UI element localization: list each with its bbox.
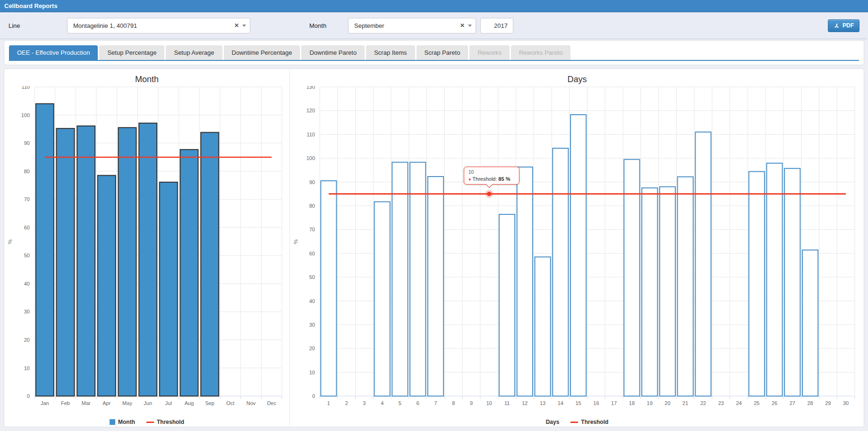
svg-text:2: 2 — [345, 400, 348, 406]
svg-text:23: 23 — [718, 400, 724, 406]
tab-oee-effective-production[interactable]: OEE - Effective Production — [9, 45, 98, 60]
bar — [784, 169, 800, 396]
svg-text:21: 21 — [682, 400, 688, 406]
tab-list: OEE - Effective ProductionSetup Percenta… — [9, 45, 859, 61]
svg-text:May: May — [122, 400, 132, 406]
bar — [695, 132, 711, 396]
month-chart-panel: Month 0102030405060708090100110JanFebMar… — [4, 69, 290, 427]
bar — [77, 126, 95, 396]
svg-text:10: 10 — [486, 400, 492, 406]
month-chart[interactable]: 0102030405060708090100110JanFebMarAprMay… — [4, 86, 289, 414]
svg-text:70: 70 — [24, 196, 30, 202]
tab-setup-average[interactable]: Setup Average — [166, 45, 222, 60]
svg-text:5: 5 — [399, 400, 401, 406]
svg-text:17: 17 — [611, 400, 617, 406]
bar — [98, 176, 116, 396]
svg-text:%: % — [7, 239, 13, 244]
charts-panel: Month 0102030405060708090100110JanFebMar… — [4, 68, 864, 427]
legend-label: Month — [118, 419, 135, 425]
svg-text:Dec: Dec — [267, 400, 276, 406]
svg-text:Apr: Apr — [102, 400, 111, 406]
line-select[interactable]: Montagelinie 1, 400791 ✕ — [67, 18, 250, 34]
pdf-icon — [834, 23, 840, 29]
svg-text:27: 27 — [790, 400, 795, 406]
bar — [139, 123, 157, 396]
tooltip-value-row: ● Threshold: 85 % — [468, 176, 515, 182]
tab-downtime-pareto[interactable]: Downtime Pareto — [301, 45, 365, 60]
days-chart-legend: Days Threshold — [290, 416, 864, 428]
svg-text:28: 28 — [807, 400, 813, 406]
svg-text:80: 80 — [309, 203, 315, 209]
tab-setup-percentage[interactable]: Setup Percentage — [99, 45, 164, 60]
svg-text:30: 30 — [309, 322, 315, 328]
svg-text:Aug: Aug — [185, 400, 194, 406]
bar — [119, 127, 136, 396]
svg-text:Jan: Jan — [41, 400, 49, 406]
divider — [1, 39, 867, 39]
chevron-down-icon[interactable] — [242, 25, 246, 29]
clear-icon[interactable]: ✕ — [234, 22, 239, 29]
tab-downtime-percentage[interactable]: Downtime Percentage — [224, 45, 300, 60]
svg-text:130: 130 — [306, 86, 315, 90]
app-title: Cellboard Reports — [4, 2, 58, 9]
svg-text:0: 0 — [27, 393, 30, 399]
days-chart[interactable]: 0102030405060708090100110120130123456789… — [290, 86, 864, 414]
chart-tooltip: 10 ● Threshold: 85 % — [464, 167, 519, 185]
chevron-down-icon[interactable] — [468, 25, 472, 29]
svg-text:40: 40 — [24, 281, 30, 287]
bar — [410, 162, 425, 396]
pdf-button[interactable]: PDF — [828, 19, 859, 32]
tab-reworks-pareto: Reworks Pareto — [511, 45, 570, 60]
svg-text:24: 24 — [736, 400, 741, 406]
svg-text:110: 110 — [306, 132, 315, 137]
bar — [570, 115, 586, 396]
legend-item-threshold[interactable]: Threshold — [146, 419, 184, 425]
svg-text:0: 0 — [312, 393, 315, 399]
point-marker-icon: ● — [468, 177, 471, 182]
bar — [749, 171, 765, 396]
svg-text:%: % — [293, 239, 298, 244]
legend-item-month[interactable]: Month — [110, 419, 135, 425]
svg-text:9: 9 — [470, 400, 473, 406]
svg-text:10: 10 — [24, 365, 30, 371]
svg-text:22: 22 — [700, 400, 706, 406]
svg-text:15: 15 — [575, 400, 581, 406]
year-input[interactable]: 2017 — [480, 18, 513, 34]
bar — [321, 181, 336, 396]
svg-text:3: 3 — [363, 400, 366, 406]
svg-text:80: 80 — [24, 169, 30, 174]
svg-text:Mar: Mar — [82, 400, 91, 406]
svg-text:60: 60 — [309, 251, 315, 256]
svg-text:Jul: Jul — [165, 400, 172, 406]
svg-text:26: 26 — [772, 400, 777, 406]
bar — [553, 148, 568, 396]
svg-text:19: 19 — [647, 400, 653, 406]
svg-text:70: 70 — [309, 227, 315, 232]
bar — [36, 104, 54, 396]
days-chart-title: Days — [290, 69, 864, 86]
svg-text:110: 110 — [21, 86, 30, 90]
svg-text:20: 20 — [664, 400, 670, 406]
days-axis-title: Days — [546, 419, 560, 425]
month-select[interactable]: September ✕ — [348, 18, 476, 34]
svg-text:100: 100 — [306, 155, 315, 161]
legend-item-threshold[interactable]: Threshold — [570, 419, 608, 425]
svg-text:60: 60 — [24, 225, 30, 230]
bar — [678, 177, 693, 397]
svg-text:11: 11 — [504, 400, 510, 406]
clear-icon[interactable]: ✕ — [460, 22, 465, 29]
legend-label: Threshold — [581, 419, 608, 425]
days-chart-panel: Days 01020304050607080901001101201301234… — [290, 69, 864, 427]
tab-scrap-pareto[interactable]: Scrap Pareto — [417, 45, 468, 60]
app-title-bar: Cellboard Reports — [0, 0, 868, 12]
tab-scrap-items[interactable]: Scrap Items — [366, 45, 415, 60]
bar — [499, 214, 515, 396]
tooltip-value: 85 % — [498, 176, 510, 182]
svg-text:Oct: Oct — [226, 400, 234, 406]
month-label: Month — [309, 22, 348, 29]
tab-reworks: Reworks — [469, 45, 510, 60]
days-chart-area: 0102030405060708090100110120130123456789… — [290, 86, 864, 416]
month-select-value: September — [354, 22, 457, 29]
svg-text:30: 30 — [24, 309, 30, 314]
bar — [624, 160, 639, 396]
